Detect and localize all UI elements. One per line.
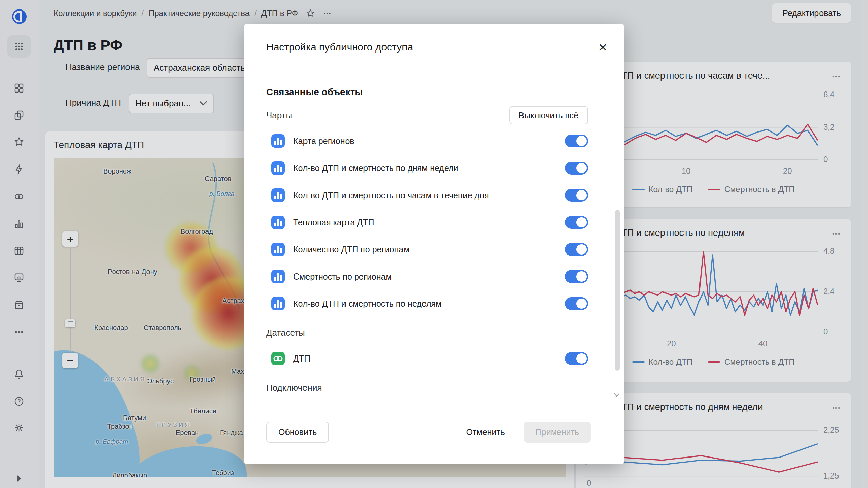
- chart-icon: [271, 297, 285, 310]
- object-group-header: Подключения: [266, 378, 588, 398]
- object-row: Количество ДТП по регионам: [266, 236, 588, 263]
- update-button[interactable]: Обновить: [266, 422, 329, 443]
- object-name: Смертность по регионам: [293, 272, 392, 282]
- object-name: Кол-во ДТП и смертность по неделям: [293, 299, 441, 309]
- disable-all-button[interactable]: Выключить всё: [509, 106, 588, 124]
- toggle-switch[interactable]: [565, 243, 588, 256]
- object-row: Карта регионов: [266, 127, 588, 155]
- object-name: ДТП: [293, 354, 310, 364]
- modal-scrollbar-thumb[interactable]: [615, 210, 620, 371]
- object-name: Кол-во ДТП и смертность по часам в течен…: [293, 190, 489, 200]
- object-name: Карта регионов: [293, 136, 354, 146]
- object-group-header: ЧартыВыключить всё: [266, 105, 588, 125]
- chart-icon: [271, 134, 285, 148]
- modal-title: Настройка публичного доступа: [266, 41, 413, 53]
- toggle-switch[interactable]: [565, 270, 588, 283]
- close-icon[interactable]: ×: [595, 40, 610, 55]
- modal-footer: Обновить Отменить Применить: [266, 421, 591, 443]
- public-access-modal: Настройка публичного доступа × Связанные…: [244, 24, 624, 464]
- chart-icon: [271, 270, 285, 283]
- toggle-switch[interactable]: [565, 189, 588, 202]
- object-row: ДТП: [266, 345, 588, 372]
- toggle-switch[interactable]: [565, 352, 588, 365]
- chart-icon: [271, 216, 285, 229]
- chart-icon: [271, 188, 285, 202]
- apply-button[interactable]: Применить: [524, 422, 591, 443]
- group-title: Чарты: [266, 110, 292, 121]
- cancel-button[interactable]: Отменить: [457, 422, 514, 443]
- dataset-icon: [271, 352, 285, 365]
- chart-icon: [271, 243, 285, 256]
- divider: [266, 70, 591, 70]
- object-row: Тепловая карта ДТП: [266, 209, 588, 236]
- object-name: Количество ДТП по регионам: [293, 245, 409, 255]
- modal-body: Связанные объекты ЧартыВыключить всёКарт…: [244, 75, 624, 405]
- related-objects-title: Связанные объекты: [266, 87, 588, 98]
- toggle-switch[interactable]: [565, 297, 588, 310]
- object-row: [266, 400, 588, 405]
- object-row: Кол-во ДТП и смертность по часам в течен…: [266, 182, 588, 209]
- object-group-header: Датасеты: [266, 323, 588, 343]
- modal-header: Настройка публичного доступа: [266, 24, 602, 70]
- chart-icon: [271, 161, 285, 175]
- object-name: Тепловая карта ДТП: [293, 218, 374, 227]
- object-name: Кол-во ДТП и смертность по дням недели: [293, 163, 458, 173]
- scroll-down-chevron-icon[interactable]: [612, 390, 621, 399]
- toggle-switch[interactable]: [565, 135, 588, 147]
- group-title: Датасеты: [266, 328, 305, 338]
- toggle-switch[interactable]: [565, 162, 588, 175]
- object-row: Смертность по регионам: [266, 263, 588, 290]
- toggle-switch[interactable]: [565, 216, 588, 229]
- object-row: Кол-во ДТП и смертность по дням недели: [266, 155, 588, 182]
- group-title: Подключения: [266, 383, 322, 393]
- object-row: Кол-во ДТП и смертность по неделям: [266, 290, 588, 317]
